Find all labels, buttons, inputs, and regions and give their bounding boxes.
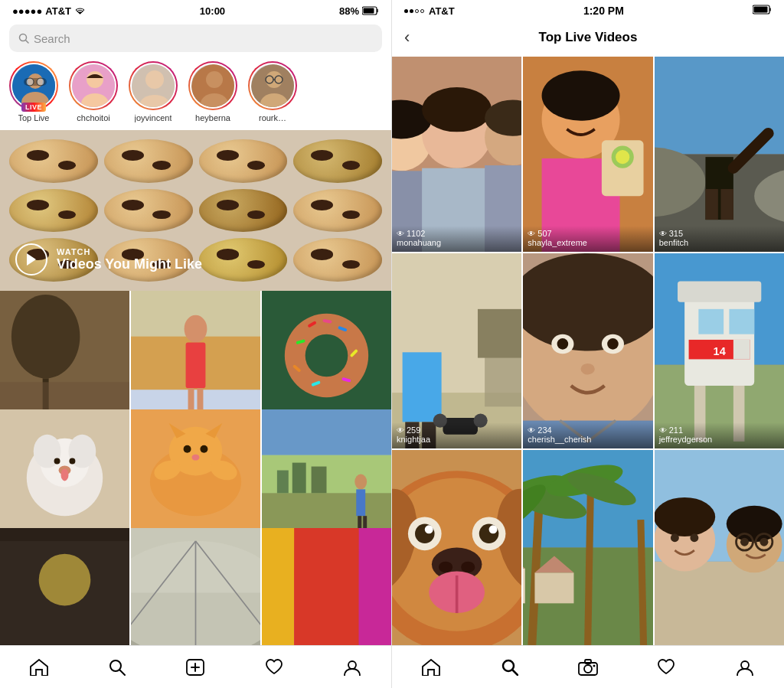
dot1 [404, 9, 408, 13]
dot4 [420, 9, 424, 13]
story-rourke[interactable]: rourk… [248, 61, 297, 122]
nav-search-right[interactable] [493, 651, 527, 684]
eye-icon-2: 👁 [528, 230, 535, 238]
svg-rect-151 [698, 309, 724, 334]
svg-rect-97 [754, 7, 768, 13]
photo-grid [0, 291, 391, 645]
svg-rect-36 [197, 388, 203, 411]
add-icon [186, 659, 204, 676]
svg-point-207 [593, 664, 595, 667]
dark-room-image [0, 528, 129, 645]
svg-line-178 [641, 520, 644, 645]
cookie-11 [199, 238, 288, 282]
cookie-8 [293, 189, 382, 233]
svg-rect-73 [312, 467, 327, 494]
svg-point-205 [584, 665, 592, 673]
story-chchoitoi[interactable]: chchoitoi [69, 61, 118, 122]
svg-rect-72 [292, 463, 306, 494]
grid-cell-orange-cat[interactable] [131, 409, 260, 539]
svg-rect-186 [535, 572, 574, 603]
story-top-live[interactable]: LIVE Top Live [9, 61, 58, 122]
battery-icon [362, 6, 379, 15]
svg-rect-89 [359, 528, 391, 645]
grid-cell-city-view[interactable] [262, 409, 391, 539]
svg-point-194 [726, 506, 782, 542]
live-cell-dog[interactable] [392, 450, 521, 645]
benfitch-overlay: 👁 315 benfitch [655, 226, 784, 252]
svg-rect-130 [403, 352, 442, 422]
nav-add[interactable] [178, 651, 212, 684]
nav-home-right[interactable] [414, 651, 448, 684]
story-label-rourke: rourk… [259, 113, 286, 122]
svg-point-80 [39, 554, 91, 606]
live-cell-jeffrey[interactable]: 14 👁 211 jeffreydgerson [655, 253, 784, 448]
live-cell-cherish[interactable]: 👁 234 cherish__cherish [523, 253, 652, 448]
cherish-views: 👁 234 [528, 426, 648, 435]
grid-cell-tree[interactable] [0, 291, 129, 420]
story-joyvincent[interactable]: joyvincent [129, 61, 178, 122]
live-video-grid: 👁 1102 monahuang [392, 57, 784, 645]
jeffrey-name: jeffreydgerson [659, 435, 779, 444]
svg-point-165 [425, 525, 433, 533]
svg-point-14 [145, 70, 164, 89]
knightjaa-views: 👁 259 [397, 426, 517, 435]
svg-line-177 [588, 492, 591, 645]
live-cell-benfitch[interactable]: 👁 315 benfitch [655, 57, 784, 252]
monahuang-views: 👁 1102 [397, 229, 517, 238]
grid-cell-colorful[interactable] [262, 528, 391, 645]
svg-point-196 [690, 533, 698, 542]
nav-profile-right[interactable] [728, 651, 762, 684]
back-button[interactable]: ‹ [404, 28, 427, 47]
carrier-name: AT&T [45, 5, 71, 17]
live-cell-beach-group[interactable] [655, 450, 784, 645]
svg-point-114 [616, 150, 629, 164]
knightjaa-name: knightjaa [397, 435, 517, 444]
svg-point-171 [461, 562, 475, 573]
grid-cell-donut[interactable] [262, 291, 391, 420]
svg-rect-128 [478, 309, 521, 358]
grid-cell-girl-beach[interactable] [131, 291, 260, 420]
svg-rect-68 [262, 409, 391, 455]
cookie-6 [104, 189, 193, 233]
grid-cell-architecture[interactable] [131, 528, 260, 645]
carrier-right: AT&T [429, 5, 455, 17]
live-cell-knightjaa[interactable]: 👁 259 knightjaa [392, 253, 521, 448]
svg-rect-152 [729, 309, 754, 334]
svg-rect-122 [705, 189, 717, 220]
grid-cell-white-dog[interactable] [0, 409, 129, 539]
benfitch-thumbnail [655, 57, 784, 252]
svg-point-95 [348, 661, 356, 669]
svg-rect-34 [186, 343, 206, 389]
cookie-3 [199, 139, 288, 183]
story-label-chchoitoi: chchoitoi [77, 113, 109, 122]
search-icon [18, 33, 29, 44]
grid-cell-dark-room[interactable] [0, 528, 129, 645]
palms-thumbnail [523, 450, 652, 645]
nav-home[interactable] [22, 651, 56, 684]
nav-heart[interactable] [257, 651, 291, 684]
live-cell-shayla[interactable]: 👁 507 shayla_extreme [523, 57, 652, 252]
nav-profile[interactable] [335, 651, 369, 684]
heyberna-avatar [191, 64, 236, 109]
play-button[interactable] [15, 243, 47, 276]
live-cell-monahuang[interactable]: 👁 1102 monahuang [392, 57, 521, 252]
search-nav-icon-right [501, 659, 518, 676]
nav-camera-right[interactable] [571, 651, 605, 684]
carrier-signal: ●●●●● AT&T [12, 5, 86, 17]
story-heyberna[interactable]: heyberna [188, 61, 237, 122]
search-bar[interactable]: Search [9, 24, 382, 52]
hero-section[interactable]: WATCH Videos You Might Like [0, 130, 391, 291]
svg-rect-87 [262, 528, 294, 645]
tree-shadow-image [0, 291, 129, 420]
live-cell-palms[interactable] [523, 450, 652, 645]
hero-watch-label: WATCH [57, 247, 202, 256]
svg-rect-123 [720, 189, 733, 220]
svg-point-39 [305, 334, 348, 377]
battery-right: 88% [339, 5, 379, 17]
benfitch-name: benfitch [659, 238, 779, 247]
nav-search[interactable] [100, 651, 134, 684]
svg-line-3 [26, 41, 29, 44]
nav-heart-right[interactable] [649, 651, 683, 684]
chchoitoi-avatar [72, 64, 116, 109]
eye-icon-5: 👁 [528, 426, 535, 435]
